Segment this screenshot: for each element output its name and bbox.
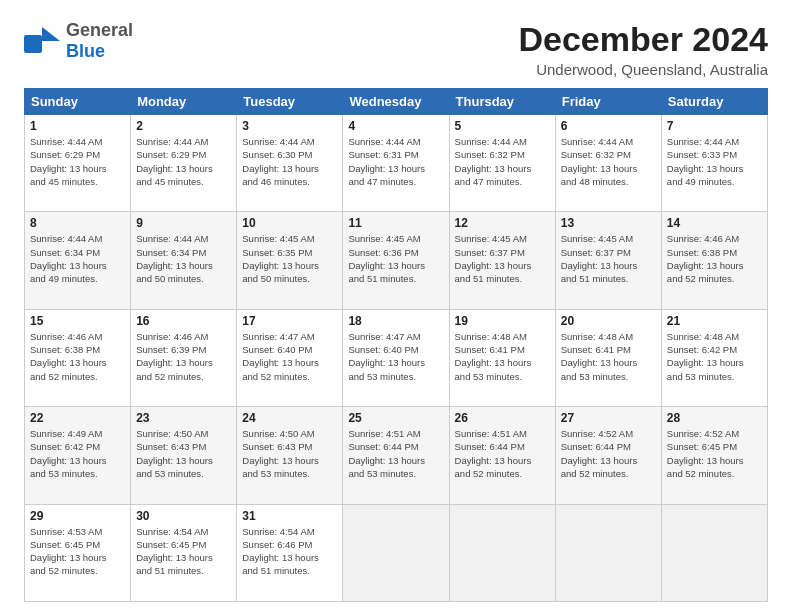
cell-info: Sunrise: 4:49 AM Sunset: 6:42 PM Dayligh… [30,427,125,480]
weekday-header-saturday: Saturday [661,89,767,115]
calendar-cell: 4Sunrise: 4:44 AM Sunset: 6:31 PM Daylig… [343,115,449,212]
cell-info: Sunrise: 4:45 AM Sunset: 6:37 PM Dayligh… [455,232,550,285]
cell-info: Sunrise: 4:48 AM Sunset: 6:41 PM Dayligh… [455,330,550,383]
title-block: December 2024 Underwood, Queensland, Aus… [518,20,768,78]
cell-info: Sunrise: 4:44 AM Sunset: 6:32 PM Dayligh… [455,135,550,188]
calendar-cell [661,504,767,601]
cell-info: Sunrise: 4:45 AM Sunset: 6:36 PM Dayligh… [348,232,443,285]
weekday-header-monday: Monday [131,89,237,115]
cell-info: Sunrise: 4:44 AM Sunset: 6:31 PM Dayligh… [348,135,443,188]
calendar-cell: 20Sunrise: 4:48 AM Sunset: 6:41 PM Dayli… [555,309,661,406]
calendar-cell: 22Sunrise: 4:49 AM Sunset: 6:42 PM Dayli… [25,407,131,504]
calendar-cell: 29Sunrise: 4:53 AM Sunset: 6:45 PM Dayli… [25,504,131,601]
calendar-cell: 27Sunrise: 4:52 AM Sunset: 6:44 PM Dayli… [555,407,661,504]
day-number: 16 [136,314,231,328]
calendar-cell: 23Sunrise: 4:50 AM Sunset: 6:43 PM Dayli… [131,407,237,504]
calendar-cell: 16Sunrise: 4:46 AM Sunset: 6:39 PM Dayli… [131,309,237,406]
svg-rect-0 [24,35,42,53]
calendar-cell: 30Sunrise: 4:54 AM Sunset: 6:45 PM Dayli… [131,504,237,601]
calendar-cell: 2Sunrise: 4:44 AM Sunset: 6:29 PM Daylig… [131,115,237,212]
calendar-cell: 10Sunrise: 4:45 AM Sunset: 6:35 PM Dayli… [237,212,343,309]
cell-info: Sunrise: 4:44 AM Sunset: 6:29 PM Dayligh… [136,135,231,188]
weekday-header-thursday: Thursday [449,89,555,115]
calendar-cell: 7Sunrise: 4:44 AM Sunset: 6:33 PM Daylig… [661,115,767,212]
calendar-cell [555,504,661,601]
calendar-cell: 31Sunrise: 4:54 AM Sunset: 6:46 PM Dayli… [237,504,343,601]
header: General Blue December 2024 Underwood, Qu… [24,20,768,78]
day-number: 15 [30,314,125,328]
logo: General Blue [24,20,133,62]
calendar-cell [449,504,555,601]
day-number: 25 [348,411,443,425]
day-number: 3 [242,119,337,133]
day-number: 23 [136,411,231,425]
weekday-header-tuesday: Tuesday [237,89,343,115]
cell-info: Sunrise: 4:45 AM Sunset: 6:37 PM Dayligh… [561,232,656,285]
location-title: Underwood, Queensland, Australia [518,61,768,78]
day-number: 8 [30,216,125,230]
day-number: 26 [455,411,550,425]
day-number: 17 [242,314,337,328]
day-number: 24 [242,411,337,425]
calendar-cell: 9Sunrise: 4:44 AM Sunset: 6:34 PM Daylig… [131,212,237,309]
calendar-cell: 26Sunrise: 4:51 AM Sunset: 6:44 PM Dayli… [449,407,555,504]
day-number: 22 [30,411,125,425]
day-number: 4 [348,119,443,133]
day-number: 11 [348,216,443,230]
cell-info: Sunrise: 4:48 AM Sunset: 6:41 PM Dayligh… [561,330,656,383]
calendar-cell: 21Sunrise: 4:48 AM Sunset: 6:42 PM Dayli… [661,309,767,406]
cell-info: Sunrise: 4:52 AM Sunset: 6:44 PM Dayligh… [561,427,656,480]
svg-marker-1 [42,27,60,41]
cell-info: Sunrise: 4:51 AM Sunset: 6:44 PM Dayligh… [348,427,443,480]
cell-info: Sunrise: 4:44 AM Sunset: 6:34 PM Dayligh… [30,232,125,285]
day-number: 21 [667,314,762,328]
calendar-cell: 25Sunrise: 4:51 AM Sunset: 6:44 PM Dayli… [343,407,449,504]
calendar-cell: 28Sunrise: 4:52 AM Sunset: 6:45 PM Dayli… [661,407,767,504]
logo-blue-text: Blue [66,41,105,61]
day-number: 9 [136,216,231,230]
cell-info: Sunrise: 4:50 AM Sunset: 6:43 PM Dayligh… [136,427,231,480]
day-number: 2 [136,119,231,133]
cell-info: Sunrise: 4:54 AM Sunset: 6:45 PM Dayligh… [136,525,231,578]
calendar-cell: 6Sunrise: 4:44 AM Sunset: 6:32 PM Daylig… [555,115,661,212]
weekday-header-friday: Friday [555,89,661,115]
day-number: 6 [561,119,656,133]
day-number: 19 [455,314,550,328]
day-number: 20 [561,314,656,328]
day-number: 14 [667,216,762,230]
day-number: 7 [667,119,762,133]
calendar-cell: 17Sunrise: 4:47 AM Sunset: 6:40 PM Dayli… [237,309,343,406]
calendar-cell: 15Sunrise: 4:46 AM Sunset: 6:38 PM Dayli… [25,309,131,406]
day-number: 29 [30,509,125,523]
cell-info: Sunrise: 4:44 AM Sunset: 6:34 PM Dayligh… [136,232,231,285]
cell-info: Sunrise: 4:52 AM Sunset: 6:45 PM Dayligh… [667,427,762,480]
calendar-cell: 1Sunrise: 4:44 AM Sunset: 6:29 PM Daylig… [25,115,131,212]
month-title: December 2024 [518,20,768,59]
day-number: 27 [561,411,656,425]
cell-info: Sunrise: 4:50 AM Sunset: 6:43 PM Dayligh… [242,427,337,480]
day-number: 18 [348,314,443,328]
calendar-cell: 24Sunrise: 4:50 AM Sunset: 6:43 PM Dayli… [237,407,343,504]
calendar-cell: 19Sunrise: 4:48 AM Sunset: 6:41 PM Dayli… [449,309,555,406]
calendar-cell: 3Sunrise: 4:44 AM Sunset: 6:30 PM Daylig… [237,115,343,212]
cell-info: Sunrise: 4:51 AM Sunset: 6:44 PM Dayligh… [455,427,550,480]
cell-info: Sunrise: 4:53 AM Sunset: 6:45 PM Dayligh… [30,525,125,578]
calendar-cell: 14Sunrise: 4:46 AM Sunset: 6:38 PM Dayli… [661,212,767,309]
day-number: 13 [561,216,656,230]
calendar: SundayMondayTuesdayWednesdayThursdayFrid… [24,88,768,602]
cell-info: Sunrise: 4:44 AM Sunset: 6:32 PM Dayligh… [561,135,656,188]
cell-info: Sunrise: 4:47 AM Sunset: 6:40 PM Dayligh… [242,330,337,383]
cell-info: Sunrise: 4:45 AM Sunset: 6:35 PM Dayligh… [242,232,337,285]
day-number: 1 [30,119,125,133]
cell-info: Sunrise: 4:48 AM Sunset: 6:42 PM Dayligh… [667,330,762,383]
cell-info: Sunrise: 4:46 AM Sunset: 6:38 PM Dayligh… [667,232,762,285]
calendar-cell: 13Sunrise: 4:45 AM Sunset: 6:37 PM Dayli… [555,212,661,309]
cell-info: Sunrise: 4:46 AM Sunset: 6:38 PM Dayligh… [30,330,125,383]
calendar-cell [343,504,449,601]
cell-info: Sunrise: 4:44 AM Sunset: 6:29 PM Dayligh… [30,135,125,188]
day-number: 31 [242,509,337,523]
weekday-header-sunday: Sunday [25,89,131,115]
cell-info: Sunrise: 4:44 AM Sunset: 6:30 PM Dayligh… [242,135,337,188]
calendar-cell: 11Sunrise: 4:45 AM Sunset: 6:36 PM Dayli… [343,212,449,309]
weekday-header-wednesday: Wednesday [343,89,449,115]
